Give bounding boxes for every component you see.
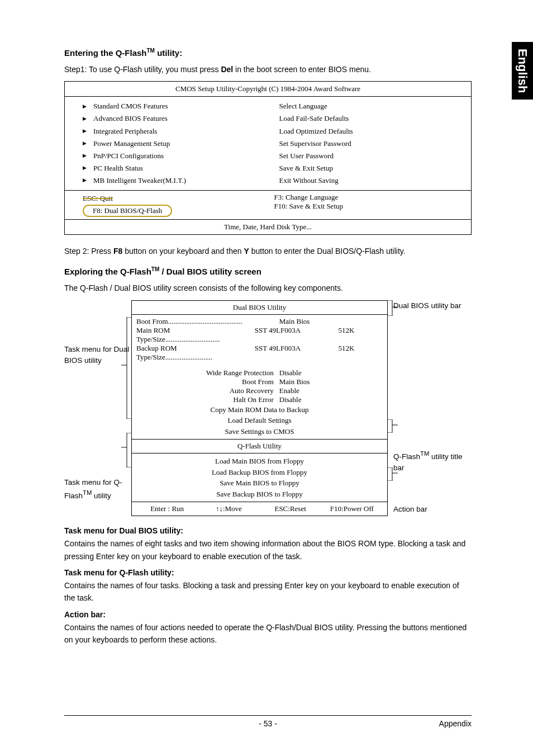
- setting-key: Wide Range Protection: [136, 368, 279, 377]
- page-footer: - 53 - Appendix: [64, 715, 472, 728]
- bios-footer-right: F3: Change Language F10: Save & Exit Set…: [274, 193, 466, 217]
- section2-title: Exploring the Q-FlashTM / Dual BIOS util…: [64, 266, 472, 276]
- triangle-icon: ▶: [83, 164, 87, 172]
- triangle-icon: ▶: [83, 176, 87, 185]
- language-tab: English: [512, 42, 533, 100]
- action-item: F10:Power Off: [321, 504, 383, 513]
- bios-menu-label: Select Language: [279, 100, 327, 112]
- section2-title-pre: Exploring the Q-Flash: [64, 267, 151, 276]
- action-item: ESC:Reset: [260, 504, 321, 513]
- sub-title-1: Task menu for Dual BIOS utility:: [64, 526, 472, 535]
- step2-text: Step 2: Press F8 button on your keyboard…: [64, 245, 472, 257]
- section1-title-pre: Entering the Q-Flash: [64, 48, 147, 58]
- bootfrom-value: Main Bios: [279, 317, 383, 326]
- section2-title-post: / Dual BIOS utility screen: [159, 267, 261, 276]
- rom-info: Boot From...............................…: [132, 315, 387, 362]
- setting-key: Halt On Error: [136, 395, 279, 404]
- bios-menu-label: Set User Password: [279, 150, 334, 162]
- backuprom-size: 512K: [339, 344, 383, 362]
- bios-menu-item: ▶PC Health Status: [83, 162, 263, 174]
- action-item: Enter : Run: [136, 504, 198, 513]
- qflash-task: Save Main BIOS to Floppy: [136, 478, 383, 489]
- step1-pre: Step1: To use Q-Flash utility, you must …: [64, 65, 221, 74]
- bios-body: ▶Standard CMOS Features▶Advanced BIOS Fe…: [65, 97, 471, 190]
- bios-footer-keys: ESC: Quit F8: Dual BIOS/Q-Flash F3: Chan…: [65, 190, 471, 219]
- bios-menu-item: Set User Password: [279, 150, 466, 162]
- bios-menu-label: Advanced BIOS Features: [93, 112, 168, 125]
- bios-menu-label: Standard CMOS Features: [93, 100, 168, 112]
- sub-body-3: Contains the names of four actions neede…: [64, 621, 472, 646]
- left-label-qflash: Task menu for Q-FlashTM utility: [64, 477, 131, 502]
- bios-menu-item: ▶Advanced BIOS Features: [83, 112, 263, 125]
- step2-b1: F8: [113, 247, 122, 256]
- section2-title-sup: TM: [151, 266, 159, 272]
- qflash-tasks: Load Main BIOS from FloppyLoad Backup BI…: [132, 453, 387, 502]
- dualbios-task: Load Default Settings: [136, 415, 383, 426]
- bios-col-right: Select LanguageLoad Fail-Safe DefaultsLo…: [268, 97, 472, 190]
- setting-row: Boot FromMain Bios: [136, 377, 383, 386]
- utility-box: Dual BIOS Utility Boot From.............…: [131, 300, 388, 517]
- esc-quit: ESC: Quit: [83, 193, 274, 205]
- right-label-action-bar: Action bar: [393, 504, 472, 515]
- qflash-title: Q-Flash Utility: [132, 440, 387, 453]
- left-label-qflash-sup: TM: [83, 489, 92, 496]
- bios-table: CMOS Setup Utility-Copyright (C) 1984-20…: [64, 81, 472, 234]
- qflash-task: Load Backup BIOS from Floppy: [136, 467, 383, 478]
- sub-body-1: Contains the names of eight tasks and tw…: [64, 537, 472, 563]
- triangle-icon: ▶: [83, 152, 87, 160]
- bios-menu-label: Exit Without Saving: [279, 174, 339, 187]
- bios-menu-label: Set Supervisor Password: [279, 138, 351, 150]
- setting-value: Disable: [279, 395, 383, 404]
- bios-menu-item: Exit Without Saving: [279, 174, 466, 187]
- bios-menu-label: Power Management Setup: [93, 138, 170, 150]
- bios-footer-left: ESC: Quit F8: Dual BIOS/Q-Flash: [83, 193, 274, 217]
- right-label-qflash-bar: Q-FlashTM utility title bar: [393, 449, 472, 474]
- dualbios-task: Copy Main ROM Data to Backup: [136, 404, 383, 415]
- setting-value: Enable: [279, 386, 383, 395]
- action-bar: Enter : Run↑↓:MoveESC:ResetF10:Power Off: [132, 502, 387, 516]
- step1-text: Step1: To use Q-Flash utility, you must …: [64, 63, 472, 75]
- bios-menu-item: Load Fail-Safe Defaults: [279, 112, 466, 125]
- bootfrom-label: Boot From...............................…: [136, 317, 279, 326]
- section1-title-sup: TM: [147, 48, 155, 54]
- bios-menu-label: MB Intelligent Tweaker(M.I.T.): [93, 174, 186, 187]
- bios-menu-label: Integrated Peripherals: [93, 125, 157, 138]
- bios-menu-item: Save & Exit Setup: [279, 162, 466, 174]
- setting-row: Halt On ErrorDisable: [136, 395, 383, 404]
- settings-block: Wide Range ProtectionDisableBoot FromMai…: [132, 362, 387, 440]
- bracket-right-1: [388, 300, 398, 316]
- setting-key: Boot From: [136, 377, 279, 386]
- sub-body-2: Contains the names of four tasks. Blocki…: [64, 579, 472, 604]
- bios-header: CMOS Setup Utility-Copyright (C) 1984-20…: [65, 82, 471, 97]
- triangle-icon: ▶: [83, 115, 87, 123]
- step2-post: button to enter the Dual BIOS/Q-Flash ut…: [249, 247, 406, 256]
- backuprom-value: SST 49LF003A: [255, 344, 339, 362]
- diagram-labels-right: Dual BIOS utility bar Q-FlashTM utility …: [388, 300, 472, 517]
- mainrom-size: 512K: [339, 326, 383, 344]
- bios-menu-item: Select Language: [279, 100, 466, 112]
- setting-value: Main Bios: [279, 377, 383, 386]
- bracket-left-2: [121, 433, 131, 467]
- bios-menu-item: ▶MB Intelligent Tweaker(M.I.T.): [83, 174, 263, 187]
- bios-menu-item: ▶Integrated Peripherals: [83, 125, 263, 138]
- step1-bold: Del: [221, 65, 233, 74]
- triangle-icon: ▶: [83, 102, 87, 111]
- f8-key-highlight: F8: Dual BIOS/Q-Flash: [83, 205, 172, 217]
- setting-row: Wide Range ProtectionDisable: [136, 368, 383, 377]
- bios-menu-item: Load Optimized Defaults: [279, 125, 466, 138]
- mainrom-value: SST 49LF003A: [255, 326, 339, 344]
- bios-menu-item: ▶Power Management Setup: [83, 138, 263, 150]
- mainrom-label: Main ROM Type/Size......................…: [136, 326, 255, 344]
- bios-col-left: ▶Standard CMOS Features▶Advanced BIOS Fe…: [65, 97, 268, 190]
- sub-title-2: Task menu for Q-Flash utility:: [64, 568, 472, 577]
- bracket-left-1: [121, 317, 131, 419]
- bracket-right-3: [388, 467, 398, 481]
- left-label-qflash-post: utility: [92, 492, 111, 500]
- bios-menu-label: Load Optimized Defaults: [279, 125, 353, 138]
- step2-pre: Step 2: Press: [64, 247, 113, 256]
- step2-mid: button on your keyboard and then: [122, 247, 244, 256]
- utility-box-wrap: Dual BIOS Utility Boot From.............…: [131, 300, 388, 517]
- right-label-qflash-sup: TM: [420, 450, 429, 457]
- setting-key: Auto Recovery: [136, 386, 279, 395]
- bios-menu-label: Save & Exit Setup: [279, 162, 333, 174]
